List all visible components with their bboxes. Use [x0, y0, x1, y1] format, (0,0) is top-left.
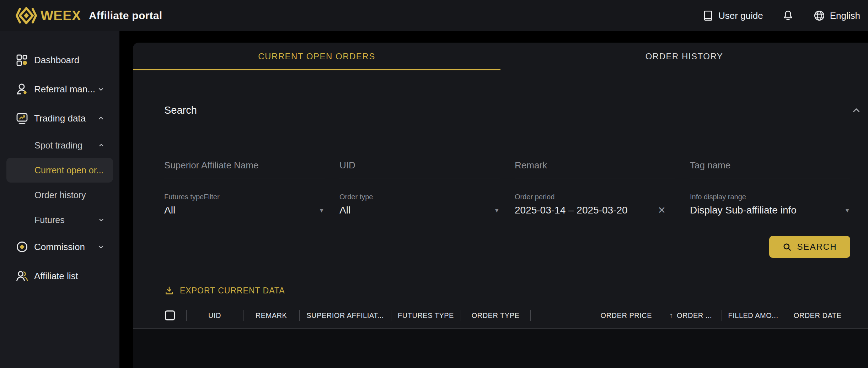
collapse-search-chevron-up-icon[interactable]	[851, 105, 862, 116]
chevron-down-icon	[97, 85, 105, 93]
order-type-label: Order type	[339, 193, 500, 200]
order-period-field: Order period 2025-03-14 – 2025-03-20 ✕	[515, 193, 675, 220]
tag-name-input[interactable]	[690, 160, 850, 179]
column-header-filled-amount: FILLED AMO...	[722, 303, 785, 328]
info-display-range-label: Info display range	[690, 193, 850, 200]
sort-ascending-icon: ↑	[669, 311, 673, 320]
tab-bar: CURRENT OPEN ORDERS ORDER HISTORY	[133, 43, 868, 70]
column-header-uid: UID	[186, 303, 243, 328]
sidebar-item-current-open-orders[interactable]: Current open or...	[6, 158, 113, 183]
search-icon	[782, 242, 792, 252]
tag-name-field	[690, 160, 850, 179]
order-period-label: Order period	[515, 193, 675, 200]
select-all-checkbox[interactable]	[165, 310, 175, 320]
chevron-up-icon	[97, 114, 105, 123]
info-display-range-field: Info display range Display Sub-affiliate…	[690, 193, 850, 220]
order-period-datepicker[interactable]: 2025-03-14 – 2025-03-20 ✕	[515, 205, 675, 220]
column-header-order-sortable[interactable]: ↑ ORDER ...	[660, 303, 722, 328]
sidebar-item-label: Referral man...	[34, 84, 95, 95]
language-selector[interactable]: English	[813, 9, 860, 22]
sidebar-item-trading-data[interactable]: Trading data	[0, 104, 119, 133]
trading-data-icon	[16, 112, 28, 125]
sidebar-item-label: Futures	[34, 215, 65, 225]
clear-date-icon[interactable]: ✕	[658, 206, 666, 215]
language-label: English	[830, 10, 860, 21]
tab-current-open-orders[interactable]: CURRENT OPEN ORDERS	[133, 43, 500, 70]
sidebar-item-label: Dashboard	[34, 55, 79, 66]
download-icon	[164, 286, 174, 296]
chevron-up-icon	[97, 141, 105, 149]
search-title: Search	[164, 104, 197, 116]
column-header-remark: REMARK	[243, 303, 299, 328]
search-button-label: SEARCH	[797, 242, 837, 252]
sidebar-item-label: Order history	[34, 190, 86, 200]
user-guide-label: User guide	[718, 10, 763, 21]
sidebar-item-dashboard[interactable]: Dashboard	[0, 45, 119, 75]
search-filters-row-1	[133, 160, 868, 179]
column-header-order-date: ORDER DATE	[785, 303, 850, 328]
globe-icon	[813, 9, 826, 22]
column-header-order-price: ORDER PRICE	[530, 303, 660, 328]
sidebar-item-order-history[interactable]: Order history	[0, 183, 119, 207]
orders-table-body	[133, 329, 868, 368]
futures-type-select[interactable]: All ▼	[164, 205, 325, 220]
info-display-range-select[interactable]: Display Sub-affiliate info ▼	[690, 205, 850, 220]
notifications-button[interactable]	[782, 9, 794, 22]
dropdown-caret-icon: ▼	[494, 207, 500, 213]
brand-name: WEEX	[41, 8, 81, 23]
topbar-actions: User guide English	[702, 9, 860, 22]
sidebar-item-label: Current open or...	[34, 165, 104, 175]
weex-logo-icon	[15, 6, 38, 25]
user-guide-button[interactable]: User guide	[702, 10, 763, 22]
search-button-row: SEARCH	[133, 236, 868, 258]
sidebar-item-label: Spot trading	[34, 140, 82, 151]
sidebar-item-label: Trading data	[34, 113, 86, 124]
dropdown-caret-icon: ▼	[318, 207, 325, 213]
dashboard-icon	[16, 54, 28, 66]
sidebar: Dashboard Referral man...	[0, 31, 119, 368]
sidebar-item-label: Commission	[34, 242, 85, 253]
orders-table-header: UID REMARK SUPERIOR AFFILIAT... FUTURES …	[133, 303, 868, 329]
futures-type-field: Futures typeFilter All ▼	[164, 193, 325, 220]
brand-home-link[interactable]: WEEX Affiliate portal	[15, 6, 162, 25]
dropdown-caret-icon: ▼	[844, 207, 850, 213]
column-header-order-type: ORDER TYPE	[461, 303, 530, 328]
referral-person-icon	[16, 83, 28, 96]
sidebar-item-label: Affiliate list	[34, 271, 78, 282]
page-title: Affiliate portal	[89, 10, 162, 22]
superior-affiliate-name-input[interactable]	[164, 160, 325, 179]
remark-input[interactable]	[515, 160, 675, 179]
sidebar-item-referral-management[interactable]: Referral man...	[0, 75, 119, 104]
book-icon	[702, 10, 714, 22]
export-current-data-button[interactable]: EXPORT CURRENT DATA	[133, 286, 868, 296]
sidebar-item-affiliate-list[interactable]: Affiliate list	[0, 261, 119, 291]
remark-field	[515, 160, 675, 179]
sidebar-item-spot-trading[interactable]: Spot trading	[0, 133, 119, 158]
order-type-field: Order type All ▼	[339, 193, 500, 220]
futures-type-label: Futures typeFilter	[164, 193, 325, 200]
main-area: CURRENT OPEN ORDERS ORDER HISTORY Search	[119, 31, 868, 368]
content-panel: CURRENT OPEN ORDERS ORDER HISTORY Search	[133, 43, 868, 368]
order-type-select[interactable]: All ▼	[339, 205, 500, 220]
sidebar-item-futures[interactable]: Futures	[0, 207, 119, 232]
chevron-down-icon	[97, 243, 105, 251]
sidebar-item-commission[interactable]: Commission	[0, 232, 119, 261]
uid-input[interactable]	[339, 160, 500, 179]
column-header-superior-affiliate: SUPERIOR AFFILIAT...	[299, 303, 391, 328]
commission-icon	[16, 240, 28, 253]
uid-field	[339, 160, 500, 179]
search-section-header: Search	[133, 104, 868, 116]
affiliate-list-people-icon	[16, 270, 28, 282]
superior-affiliate-name-field	[164, 160, 325, 179]
tab-order-history[interactable]: ORDER HISTORY	[500, 43, 868, 70]
search-filters-row-2: Futures typeFilter All ▼ Order type All …	[133, 193, 868, 220]
bell-icon	[782, 9, 794, 22]
column-header-futures-type: FUTURES TYPE	[391, 303, 461, 328]
export-label: EXPORT CURRENT DATA	[180, 286, 285, 296]
topbar: WEEX Affiliate portal User guide	[0, 0, 868, 31]
chevron-down-icon	[97, 216, 105, 224]
search-button[interactable]: SEARCH	[769, 236, 850, 258]
